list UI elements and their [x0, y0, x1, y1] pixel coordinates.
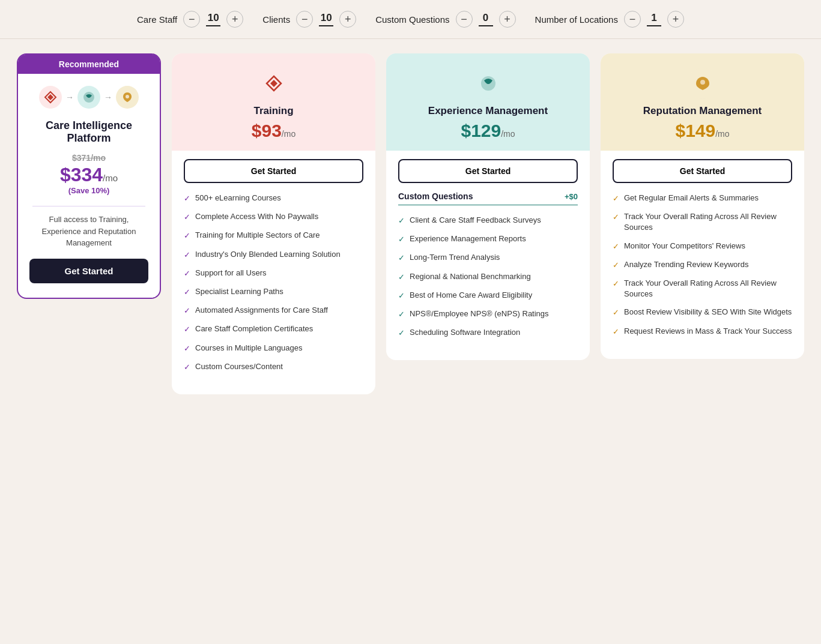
- rec-new-price: $334/mo: [60, 164, 118, 186]
- list-item: ✓Custom Courses/Content: [184, 361, 363, 373]
- experience-get-started-button[interactable]: Get Started: [398, 159, 578, 183]
- check-icon: ✓: [613, 193, 619, 204]
- num-locations-increment[interactable]: +: [667, 11, 684, 28]
- list-item: ✓Boost Review Visibility & SEO With Site…: [613, 307, 792, 318]
- care-staff-value: 10: [206, 12, 220, 26]
- care-staff-decrement[interactable]: −: [183, 11, 200, 28]
- custom-questions-row-label: Custom Questions: [398, 191, 473, 201]
- pricing-section: Recommended → →: [0, 39, 821, 409]
- check-icon: ✓: [184, 268, 190, 279]
- check-icon: ✓: [613, 260, 619, 271]
- training-plan-price: $93/mo: [252, 121, 295, 141]
- list-item: ✓Track Your Overall Rating Across All Re…: [613, 278, 792, 299]
- rec-divider: [32, 206, 146, 206]
- svg-point-7: [700, 80, 705, 85]
- reputation-features-list: ✓Get Regular Email Alerts & Summaries ✓T…: [601, 183, 804, 345]
- check-icon: ✓: [613, 327, 619, 337]
- rec-title: Care Intelligence Platform: [28, 119, 150, 145]
- check-icon: ✓: [398, 234, 405, 245]
- rec-description: Full access to Training, Experience and …: [30, 214, 148, 249]
- list-item: ✓Industry's Only Blended Learning Soluti…: [184, 249, 363, 260]
- num-locations-decrement[interactable]: −: [624, 11, 641, 28]
- reputation-plan-name: Reputation Management: [643, 105, 762, 117]
- check-icon: ✓: [184, 305, 190, 316]
- check-icon: ✓: [398, 290, 405, 301]
- num-locations-counter: Number of Locations − 1 +: [535, 11, 684, 28]
- check-icon: ✓: [613, 241, 619, 252]
- list-item: ✓Request Reviews in Mass & Track Your Su…: [613, 326, 792, 337]
- reputation-plan-card: Reputation Management $149/mo Get Starte…: [601, 53, 804, 359]
- care-staff-counter: Care Staff − 10 +: [137, 11, 243, 28]
- check-icon: ✓: [184, 193, 190, 204]
- list-item: ✓Experience Management Reports: [398, 233, 578, 245]
- list-item: ✓Specialist Learning Paths: [184, 286, 363, 298]
- experience-icon: [82, 91, 95, 104]
- rec-save: (Save 10%): [68, 186, 110, 195]
- num-locations-label: Number of Locations: [535, 14, 618, 25]
- care-staff-increment[interactable]: +: [226, 11, 243, 28]
- reputation-icon: [121, 91, 134, 104]
- list-item: ✓Courses in Multiple Languages: [184, 343, 363, 354]
- check-icon: ✓: [613, 307, 619, 318]
- list-item: ✓Automated Assignments for Care Staff: [184, 305, 363, 316]
- care-staff-label: Care Staff: [137, 14, 177, 25]
- experience-plan-price: $129/mo: [461, 121, 515, 141]
- check-icon: ✓: [398, 253, 405, 263]
- reputation-plan-price: $149/mo: [675, 121, 729, 141]
- custom-questions-label: Custom Questions: [375, 14, 449, 25]
- list-item: ✓Training for Multiple Sectors of Care: [184, 230, 363, 241]
- num-locations-value: 1: [647, 12, 661, 26]
- training-logo: [39, 86, 62, 109]
- list-item: ✓500+ eLearning Courses: [184, 193, 363, 204]
- check-icon: ✓: [398, 215, 405, 226]
- experience-header: Experience Management $129/mo: [386, 53, 590, 151]
- training-plan-name: Training: [253, 105, 293, 117]
- check-icon: ✓: [184, 362, 190, 373]
- list-item: ✓Care Staff Completion Certificates: [184, 324, 363, 335]
- training-header: Training $93/mo: [172, 53, 375, 151]
- training-plan-icon: [258, 68, 289, 99]
- custom-questions-row-price: +$0: [565, 192, 578, 201]
- reputation-plan-icon: [687, 68, 718, 99]
- rec-old-price: $371/mo: [72, 153, 106, 163]
- custom-questions-decrement[interactable]: −: [456, 11, 473, 28]
- training-features-list: ✓500+ eLearning Courses ✓Complete Access…: [172, 183, 375, 380]
- training-get-started-button[interactable]: Get Started: [184, 159, 363, 183]
- experience-features-list: ✓Client & Care Staff Feedback Surveys ✓E…: [386, 205, 590, 346]
- clients-increment[interactable]: +: [339, 11, 356, 28]
- arrow-2: →: [104, 92, 112, 102]
- clients-decrement[interactable]: −: [296, 11, 313, 28]
- list-item: ✓Monitor Your Competitors' Reviews: [613, 241, 792, 252]
- check-icon: ✓: [184, 212, 190, 223]
- svg-point-3: [126, 95, 129, 98]
- training-svg-icon: [265, 74, 283, 92]
- clients-value: 10: [319, 12, 333, 26]
- training-icon: [44, 91, 57, 104]
- experience-svg-icon: [479, 74, 497, 92]
- list-item: ✓Scheduling Software Integration: [398, 327, 578, 339]
- check-icon: ✓: [613, 212, 619, 223]
- rec-get-started-button[interactable]: Get Started: [29, 259, 148, 283]
- check-icon: ✓: [398, 328, 405, 339]
- svg-marker-1: [47, 94, 53, 100]
- reputation-get-started-button[interactable]: Get Started: [613, 159, 792, 183]
- list-item: ✓Get Regular Email Alerts & Summaries: [613, 193, 792, 204]
- custom-questions-value: 0: [479, 12, 493, 26]
- list-item: ✓Client & Care Staff Feedback Surveys: [398, 215, 578, 226]
- list-item: ✓Complete Access With No Paywalls: [184, 211, 363, 223]
- custom-questions-increment[interactable]: +: [499, 11, 516, 28]
- experience-plan-icon: [473, 68, 504, 99]
- check-icon: ✓: [613, 278, 619, 289]
- recommended-badge: Recommended: [18, 55, 160, 74]
- svg-marker-5: [270, 80, 277, 87]
- reputation-header: Reputation Management $149/mo: [601, 53, 804, 151]
- check-icon: ✓: [398, 272, 405, 283]
- clients-label: Clients: [262, 14, 290, 25]
- top-bar: Care Staff − 10 + Clients − 10 + Custom …: [0, 0, 821, 39]
- arrow-1: →: [65, 92, 74, 102]
- check-icon: ✓: [184, 287, 190, 298]
- list-item: ✓Analyze Trending Review Keywords: [613, 259, 792, 271]
- list-item: ✓Track Your Overall Rating Across All Re…: [613, 211, 792, 233]
- list-item: ✓Best of Home Care Award Eligibility: [398, 290, 578, 301]
- custom-questions-row: Custom Questions +$0: [398, 187, 578, 205]
